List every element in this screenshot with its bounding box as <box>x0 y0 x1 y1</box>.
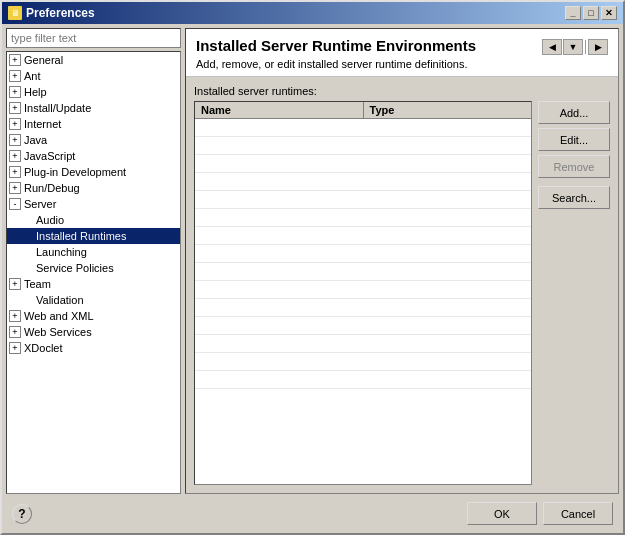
tree-item-web-services[interactable]: + Web Services <box>7 324 180 340</box>
ok-button[interactable]: OK <box>467 502 537 525</box>
tree-item-javascript[interactable]: + JavaScript <box>7 148 180 164</box>
tree-container: + General + Ant + <box>6 51 181 494</box>
back-button[interactable]: ◀ <box>542 39 562 55</box>
preferences-window: 🖥 Preferences _ □ ✕ + General <box>0 0 625 535</box>
table-row <box>195 137 531 155</box>
title-bar-left: 🖥 Preferences <box>8 6 95 20</box>
tree-toggle-help[interactable]: + <box>9 86 21 98</box>
tree-item-installed-runtimes[interactable]: Installed Runtimes <box>7 228 180 244</box>
table-header: Name Type <box>195 102 531 119</box>
tree-toggle-web-services[interactable]: + <box>9 326 21 338</box>
tree-toggle-web-and-xml[interactable]: + <box>9 310 21 322</box>
tree-label-plugin-development: Plug-in Development <box>22 166 126 178</box>
tree-toggle-run-debug[interactable]: + <box>9 182 21 194</box>
maximize-button[interactable]: □ <box>583 6 599 20</box>
table-row <box>195 317 531 335</box>
tree-label-validation: Validation <box>34 294 84 306</box>
tree-toggle-install-update[interactable]: + <box>9 102 21 114</box>
tree-item-audio[interactable]: Audio <box>7 212 180 228</box>
table-body[interactable] <box>195 119 531 484</box>
table-row <box>195 263 531 281</box>
tree-label-web-services: Web Services <box>22 326 92 338</box>
tree-label-installed-runtimes: Installed Runtimes <box>34 230 127 242</box>
table-row <box>195 227 531 245</box>
help-button[interactable]: ? <box>12 504 32 524</box>
tree-item-validation[interactable]: Validation <box>7 292 180 308</box>
tree-item-xdoclet[interactable]: + XDoclet <box>7 340 180 356</box>
remove-button[interactable]: Remove <box>538 155 610 178</box>
tree-item-web-and-xml[interactable]: + Web and XML <box>7 308 180 324</box>
table-row <box>195 155 531 173</box>
tree-label-service-policies: Service Policies <box>34 262 114 274</box>
tree-toggle-server[interactable]: - <box>9 198 21 210</box>
table-row <box>195 119 531 137</box>
minimize-button[interactable]: _ <box>565 6 581 20</box>
panel-header: Installed Server Runtime Environments Ad… <box>186 29 618 77</box>
table-row <box>195 209 531 227</box>
panel-top-area: Installed Server Runtime Environments Ad… <box>186 29 618 76</box>
nav-separator <box>585 40 586 54</box>
table-row <box>195 371 531 389</box>
search-button[interactable]: Search... <box>538 186 610 209</box>
window-icon: 🖥 <box>8 6 22 20</box>
tree-label-run-debug: Run/Debug <box>22 182 80 194</box>
tree-toggle-xdoclet[interactable]: + <box>9 342 21 354</box>
tree-label-launching: Launching <box>34 246 87 258</box>
runtimes-table: Name Type <box>194 101 532 485</box>
main-area: + General + Ant + <box>6 28 619 494</box>
edit-button[interactable]: Edit... <box>538 128 610 151</box>
tree-item-ant[interactable]: + Ant <box>7 68 180 84</box>
tree-item-plugin-development[interactable]: + Plug-in Development <box>7 164 180 180</box>
bottom-buttons: OK Cancel <box>467 502 613 525</box>
tree-item-java[interactable]: + Java <box>7 132 180 148</box>
table-row <box>195 245 531 263</box>
tree-label-install-update: Install/Update <box>22 102 91 114</box>
tree-item-help[interactable]: + Help <box>7 84 180 100</box>
tree-toggle-plugin-development[interactable]: + <box>9 166 21 178</box>
col-header-type: Type <box>364 102 532 118</box>
tree-toggle-java[interactable]: + <box>9 134 21 146</box>
tree-label-server: Server <box>22 198 56 210</box>
tree-toggle-internet[interactable]: + <box>9 118 21 130</box>
tree-toggle-team[interactable]: + <box>9 278 21 290</box>
tree-toggle-general[interactable]: + <box>9 54 21 66</box>
cancel-button[interactable]: Cancel <box>543 502 613 525</box>
tree-label-xdoclet: XDoclet <box>22 342 63 354</box>
panel-subtitle: Add, remove, or edit installed server ru… <box>196 58 476 70</box>
tree-label-internet: Internet <box>22 118 61 130</box>
tree-item-internet[interactable]: + Internet <box>7 116 180 132</box>
tree-item-run-debug[interactable]: + Run/Debug <box>7 180 180 196</box>
panel-title: Installed Server Runtime Environments <box>196 37 476 54</box>
table-and-buttons: Name Type <box>194 101 610 485</box>
tree-item-launching[interactable]: Launching <box>7 244 180 260</box>
bottom-bar: ? OK Cancel <box>6 498 619 529</box>
tree-item-service-policies[interactable]: Service Policies <box>7 260 180 276</box>
tree-item-team[interactable]: + Team <box>7 276 180 292</box>
close-button[interactable]: ✕ <box>601 6 617 20</box>
tree-label-ant: Ant <box>22 70 41 82</box>
tree-item-general[interactable]: + General <box>7 52 180 68</box>
installed-label: Installed server runtimes: <box>194 85 610 97</box>
window-title: Preferences <box>26 6 95 20</box>
buttons-panel: Add... Edit... Remove Search... <box>538 101 610 485</box>
tree-toggle-javascript[interactable]: + <box>9 150 21 162</box>
table-row <box>195 191 531 209</box>
window-body: + General + Ant + <box>2 24 623 533</box>
table-row <box>195 173 531 191</box>
col-header-name: Name <box>195 102 364 118</box>
title-bar: 🖥 Preferences _ □ ✕ <box>2 2 623 24</box>
table-row <box>195 335 531 353</box>
dropdown-button[interactable]: ▼ <box>563 39 583 55</box>
forward-button[interactable]: ▶ <box>588 39 608 55</box>
tree-item-server[interactable]: - Server <box>7 196 180 212</box>
filter-input[interactable] <box>6 28 181 48</box>
right-panel: Installed Server Runtime Environments Ad… <box>185 28 619 494</box>
table-row <box>195 281 531 299</box>
nav-buttons: ◀ ▼ ▶ <box>542 39 608 55</box>
tree-item-install-update[interactable]: + Install/Update <box>7 100 180 116</box>
tree-label-web-and-xml: Web and XML <box>22 310 94 322</box>
add-button[interactable]: Add... <box>538 101 610 124</box>
tree-label-java: Java <box>22 134 47 146</box>
table-row <box>195 353 531 371</box>
tree-toggle-ant[interactable]: + <box>9 70 21 82</box>
